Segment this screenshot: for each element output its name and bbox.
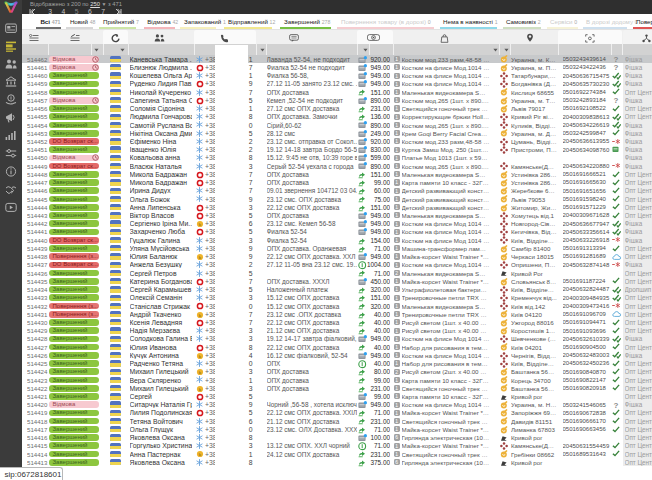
svg-text:lc: lc xyxy=(198,256,201,260)
svg-text:lc: lc xyxy=(198,387,201,391)
svg-text:lc: lc xyxy=(198,354,201,358)
svg-text:lc: lc xyxy=(198,371,201,375)
svg-text:lc: lc xyxy=(198,223,201,227)
svg-text:lc: lc xyxy=(198,313,201,317)
svg-text:lc: lc xyxy=(198,453,201,457)
